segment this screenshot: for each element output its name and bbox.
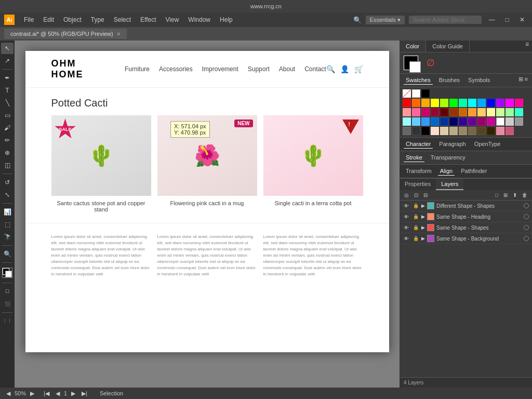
tab-brushes[interactable]: Brushes — [437, 76, 462, 85]
swatch[interactable] — [468, 99, 476, 107]
tab-paragraph[interactable]: Paragraph — [437, 140, 468, 149]
swatch[interactable] — [403, 127, 411, 135]
menu-type[interactable]: Type — [87, 15, 109, 24]
gradient-tool[interactable]: ⬚ — [1, 219, 14, 230]
tab-properties[interactable]: Properties — [400, 179, 436, 190]
page-last-btn[interactable]: ▶| — [79, 390, 89, 397]
layer-lock-1[interactable]: 🔒 — [412, 202, 419, 209]
swatch[interactable] — [468, 108, 476, 116]
layer-target-1[interactable] — [524, 203, 529, 208]
nav-accessories[interactable]: Accessories — [159, 65, 193, 73]
swatch-view-icon[interactable]: ⊞ — [518, 76, 523, 85]
select-tool[interactable]: ↖ — [1, 43, 14, 54]
page-prev-btn[interactable]: ◀ — [54, 390, 62, 397]
swatch[interactable] — [496, 108, 504, 116]
layer-expand-1[interactable]: ▶ — [421, 203, 425, 208]
type-tool[interactable]: T — [1, 85, 14, 96]
tab-transform[interactable]: Transform — [404, 167, 434, 176]
swatch[interactable] — [449, 127, 458, 135]
swatch[interactable] — [487, 108, 495, 116]
screen-mode[interactable]: ⬛ — [1, 298, 14, 310]
layer-eye-4[interactable]: 👁 — [403, 235, 410, 242]
swatch[interactable] — [431, 127, 439, 135]
swatch[interactable] — [515, 117, 523, 126]
nav-contact[interactable]: Contact — [304, 65, 326, 73]
layers-move-icon[interactable]: ⬆ — [511, 192, 518, 198]
swatch[interactable] — [412, 108, 420, 116]
swatch[interactable] — [449, 108, 458, 116]
page-number[interactable]: 1 — [64, 390, 67, 396]
background-color[interactable] — [5, 271, 12, 277]
tab-stroke[interactable]: Stroke — [404, 153, 424, 162]
tab-color-guide[interactable]: Color Guide — [426, 41, 470, 52]
swatch[interactable] — [449, 99, 458, 107]
swatch[interactable] — [468, 127, 476, 135]
graph-tool[interactable]: 📊 — [1, 206, 14, 218]
swatch[interactable] — [459, 117, 467, 126]
swatch[interactable] — [487, 117, 495, 126]
swatch[interactable] — [403, 108, 411, 116]
menu-effect[interactable]: Effect — [136, 15, 160, 24]
layer-item-3[interactable]: 👁 🔒 ▶ Same Shape - Shapes — [400, 222, 532, 233]
zoom-in-btn[interactable]: ▶ — [28, 390, 36, 397]
swatch[interactable] — [412, 117, 420, 126]
document-tab[interactable]: contrast.ai* @ 50% (RGB/GPU Preview) ✕ — [4, 29, 127, 39]
swatch[interactable] — [431, 99, 439, 107]
swatch[interactable] — [403, 117, 411, 126]
pen-tool[interactable]: ✒ — [1, 72, 14, 84]
account-icon[interactable]: 👤 — [340, 65, 349, 73]
layer-item-1[interactable]: 👁 🔒 ▶ Different Shape - Shapes — [400, 201, 532, 211]
blob-tool[interactable]: ⊕ — [1, 147, 14, 158]
swatch[interactable] — [477, 117, 486, 126]
swatch[interactable] — [421, 99, 430, 107]
swatch[interactable] — [431, 108, 439, 116]
swatch[interactable] — [487, 127, 495, 135]
layer-item-4[interactable]: 👁 🔒 ▶ Same Shape - Background — [400, 233, 532, 244]
paintbrush-tool[interactable]: 🖌 — [1, 122, 14, 134]
rect-tool[interactable]: ▭ — [1, 110, 14, 121]
swatch[interactable] — [421, 127, 430, 135]
menu-object[interactable]: Object — [59, 15, 86, 24]
line-tool[interactable]: ╲ — [1, 97, 14, 109]
layer-target-2[interactable] — [524, 214, 529, 219]
layer-expand-3[interactable]: ▶ — [421, 225, 425, 230]
search-nav-icon[interactable]: 🔍 — [326, 65, 335, 73]
swatch[interactable] — [506, 108, 514, 116]
rotate-tool[interactable]: ↺ — [1, 177, 14, 188]
swatch[interactable] — [440, 117, 448, 126]
swatch[interactable] — [459, 108, 467, 116]
swatch[interactable] — [506, 99, 514, 107]
tab-swatches[interactable]: Swatches — [404, 76, 433, 85]
swatch[interactable] — [506, 117, 514, 126]
menu-file[interactable]: File — [20, 15, 38, 24]
layers-delete-icon[interactable]: 🗑 — [521, 192, 529, 198]
pencil-tool[interactable]: ✏ — [1, 135, 14, 146]
nav-about[interactable]: About — [279, 65, 295, 73]
layer-item-2[interactable]: 👁 🔒 ▶ Same Shape - Heading — [400, 211, 532, 222]
nav-support[interactable]: Support — [248, 65, 270, 73]
swatch[interactable] — [440, 127, 448, 135]
swatch[interactable] — [440, 108, 448, 116]
swatch[interactable] — [477, 127, 486, 135]
layer-eye-1[interactable]: 👁 — [403, 202, 410, 209]
menu-view[interactable]: View — [162, 15, 183, 24]
zoom-tool[interactable]: 🔍 — [1, 248, 14, 260]
swatch-black[interactable] — [421, 89, 430, 98]
swatch[interactable] — [440, 99, 448, 107]
layers-new-layer-icon[interactable]: □ — [494, 192, 500, 198]
swatch[interactable] — [506, 127, 514, 135]
panel-menu-icon[interactable]: ≡ — [522, 41, 532, 52]
zoom-out-btn[interactable]: ◀ — [4, 390, 12, 397]
zoom-level[interactable]: 50% — [15, 390, 26, 396]
tab-symbols[interactable]: Symbols — [466, 76, 492, 85]
layer-expand-2[interactable]: ▶ — [421, 214, 425, 219]
eyedropper-tool[interactable]: 🔭 — [1, 231, 14, 243]
tab-align[interactable]: Align — [438, 167, 455, 176]
scale-tool[interactable]: ⤡ — [1, 189, 14, 201]
swatch[interactable] — [459, 99, 467, 107]
tab-character[interactable]: Character — [404, 140, 433, 149]
swatch[interactable] — [477, 99, 486, 107]
page-first-btn[interactable]: |◀ — [42, 390, 51, 397]
swatch[interactable] — [515, 108, 523, 116]
swatch[interactable] — [477, 108, 486, 116]
